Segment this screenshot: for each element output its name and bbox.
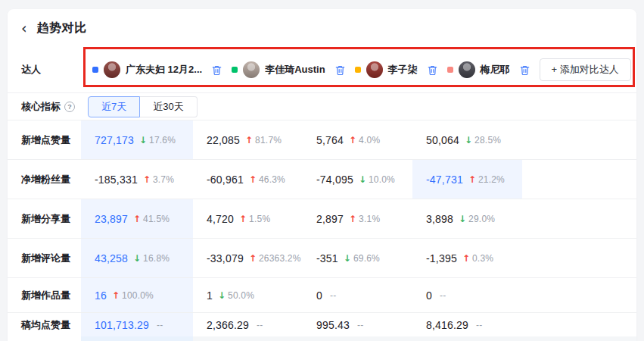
metric-value: 5,764 — [316, 134, 344, 146]
trend-percent: 46.3% — [259, 174, 285, 185]
trend-percent: 50.0% — [228, 290, 254, 301]
trend-arrow-icon: ↑ — [249, 174, 257, 185]
influencer-name: 广东夫妇 12月2... — [126, 63, 202, 77]
trend-percent: -- — [257, 320, 263, 330]
trend-percent: -- — [157, 320, 163, 330]
trend-arrow-icon: ↑ — [133, 214, 141, 224]
metrics-label: 核心指标 — [21, 100, 61, 114]
metric-row-label: 稿均点赞量 — [8, 313, 81, 336]
metric-row-label: 新增分享量 — [8, 199, 81, 238]
metric-cell: 5,764 ↑ 4.0% — [303, 120, 412, 159]
metric-cell: 50,064 ↓ 28.5% — [412, 120, 522, 159]
metric-cell: -185,331 ↑ 3.7% — [81, 160, 193, 199]
trend-percent: 69.6% — [353, 253, 380, 264]
trend-percent: -- — [357, 320, 363, 330]
metric-value: 101,713.29 — [95, 319, 149, 331]
metric-cell: -60,961 ↑ 46.3% — [193, 160, 303, 199]
series-color-dot — [447, 67, 453, 73]
metric-value: 3,898 — [426, 213, 453, 225]
metric-value: 1 — [207, 289, 213, 302]
metric-value: 0 — [426, 289, 432, 302]
metric-value: 2,897 — [316, 213, 344, 225]
influencer-chip-1[interactable]: 广东夫妇 12月2... — [92, 61, 222, 78]
metric-cell: -1,395 ↑ 0.3% — [412, 239, 522, 277]
trend-arrow-icon: ↑ — [239, 214, 247, 224]
delete-influencer-icon[interactable] — [519, 64, 530, 76]
influencer-chip-4[interactable]: 梅尼耶 — [447, 61, 530, 78]
delete-influencer-icon[interactable] — [211, 64, 222, 76]
trend-arrow-icon: ↓ — [344, 253, 351, 264]
trend-percent: 4.0% — [359, 135, 380, 145]
metric-cell: 16 ↑ 100.0% — [81, 278, 193, 312]
tab-last-7-days[interactable]: 近7天 — [88, 96, 140, 117]
metric-value: 22,085 — [207, 134, 240, 146]
table-row: 稿均点赞量 101,713.29 -- 2,366.29 -- 995.43 -… — [8, 312, 636, 336]
avatar — [104, 61, 120, 78]
metric-cell: 8,416.29 -- — [412, 313, 522, 336]
table-row: 新增评论量 43,258 ↓ 16.8% -33,079 ↑ 26363.2% … — [8, 238, 636, 277]
trend-percent: 10.0% — [369, 174, 395, 185]
metric-value: 2,366.29 — [207, 319, 249, 331]
metric-cell: -74,095 ↓ 10.0% — [303, 160, 412, 199]
metric-cell: -47,731 ↑ 21.2% — [412, 160, 522, 199]
influencer-row: 达人 广东夫妇 12月2... 李佳琦Austin — [8, 47, 636, 92]
table-row: 新增分享量 23,897 ↑ 41.5% 4,720 ↑ 1.5% 2,897 … — [8, 199, 636, 238]
metric-row-label: 新增点赞量 — [8, 120, 81, 159]
influencer-chip-3[interactable]: 李子柒 — [355, 61, 438, 78]
influencer-name: 李子柒 — [388, 63, 418, 77]
trend-percent: 17.6% — [149, 135, 176, 145]
metric-value: -185,331 — [95, 174, 138, 186]
trend-percent: 100.0% — [122, 290, 154, 301]
trend-percent: 1.5% — [249, 214, 270, 224]
table-row: 净增粉丝量 -185,331 ↑ 3.7% -60,961 ↑ 46.3% -7… — [8, 159, 636, 199]
influencer-name: 李佳琦Austin — [265, 63, 325, 77]
metric-value: 50,064 — [426, 134, 459, 146]
trend-arrow-icon: ↓ — [459, 214, 466, 224]
date-range-tabs: 近7天 近30天 — [88, 96, 198, 117]
back-icon[interactable]: ‹ — [20, 21, 29, 36]
metric-value: 8,416.29 — [426, 319, 468, 331]
trend-percent: 16.8% — [143, 253, 170, 264]
trend-arrow-icon: ↑ — [143, 174, 151, 185]
metric-cell: 22,085 ↑ 81.7% — [193, 120, 303, 159]
delete-influencer-icon[interactable] — [427, 64, 438, 76]
avatar — [243, 61, 260, 78]
metric-cell: 1 ↓ 50.0% — [193, 278, 303, 312]
metric-value: -1,395 — [426, 252, 457, 264]
metric-cell: 0 -- — [412, 278, 522, 312]
avatar — [366, 61, 383, 78]
metric-value: -33,079 — [207, 252, 244, 264]
metric-value: -60,961 — [207, 174, 244, 186]
delete-influencer-icon[interactable] — [334, 64, 346, 76]
influencer-chip-2[interactable]: 李佳琦Austin — [232, 61, 345, 78]
metric-cell: 43,258 ↓ 16.8% — [81, 239, 193, 277]
metric-value: -74,095 — [316, 174, 353, 186]
tab-last-30-days[interactable]: 近30天 — [140, 96, 197, 117]
metric-value: -47,731 — [426, 174, 463, 186]
trend-arrow-icon: ↑ — [462, 253, 470, 264]
table-row: 新增点赞量 727,173 ↓ 17.6% 22,085 ↑ 81.7% 5,7… — [8, 120, 636, 159]
influencer-row-label: 达人 — [21, 63, 92, 77]
trend-arrow-icon: ↑ — [112, 290, 120, 301]
add-influencer-button[interactable]: + 添加对比达人 — [540, 58, 631, 81]
metric-value: 4,720 — [207, 213, 234, 225]
trend-percent: 21.2% — [478, 174, 505, 185]
trend-percent: 3.7% — [153, 174, 174, 185]
trend-percent: 29.0% — [468, 214, 495, 224]
metric-cell: 2,897 ↑ 3.1% — [303, 199, 412, 238]
influencer-name: 梅尼耶 — [481, 63, 510, 77]
metric-cell: 101,713.29 -- — [81, 313, 193, 336]
metrics-table: 新增点赞量 727,173 ↓ 17.6% 22,085 ↑ 81.7% 5,7… — [8, 120, 636, 341]
table-row: 新增作品量 16 ↑ 100.0% 1 ↓ 50.0% 0 -- 0 -- — [8, 277, 636, 312]
metric-value: 727,173 — [95, 134, 134, 146]
trend-arrow-icon: ↓ — [133, 253, 141, 264]
metric-cell: 2,366.29 -- — [193, 313, 303, 336]
trend-arrow-icon: ↓ — [465, 135, 472, 145]
metric-cell: 0 -- — [303, 278, 412, 312]
trend-percent: -- — [476, 320, 482, 330]
page-title: 趋势对比 — [37, 20, 87, 36]
series-color-dot — [355, 67, 361, 73]
help-icon[interactable]: ? — [64, 102, 75, 112]
trend-comparison-panel: ‹ 趋势对比 达人 广东夫妇 12月2... 李佳琦Austin — [8, 9, 636, 341]
panel-header: ‹ 趋势对比 — [8, 9, 636, 47]
